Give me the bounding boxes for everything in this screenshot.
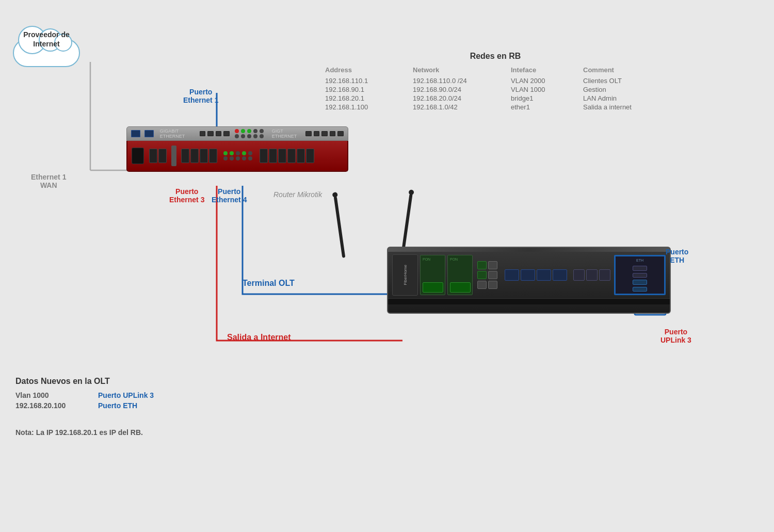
row4-address: 192.168.1.100 (325, 103, 408, 111)
row4-comment: Salida a internet (583, 103, 666, 111)
puerto-eth3-label: Puerto Ethernet 3 (169, 187, 204, 204)
puerto-eth-label: Puerto ETH (666, 248, 688, 264)
row4-network: 192.168.1.0/42 (413, 103, 506, 111)
puerto-eth4-label: Puerto Ethernet 4 (212, 187, 247, 204)
datos-row2-val: Puerto ETH (98, 401, 201, 410)
router-body (126, 141, 348, 172)
row2-network: 192.168.90.0/24 (413, 86, 506, 93)
router-mikrotik: GIGABIT ETHERNET GIGT ETHERNET (126, 126, 348, 183)
row2-comment: Gestion (583, 86, 666, 93)
row1-inteface: VLAN 2000 (511, 77, 578, 85)
nota-label: Nota: La IP 192.168.20.1 es IP del RB. (15, 428, 143, 437)
router-top-panel: GIGABIT ETHERNET GIGT ETHERNET (126, 126, 348, 141)
row3-address: 192.168.20.1 (325, 94, 408, 102)
redes-rb-title: Redes en RB (325, 52, 666, 61)
ethernet-wan-label: Ethernet 1 WAN (31, 173, 66, 189)
router-mikrotik-label: Router Mikrotik (273, 190, 322, 199)
col-address-header: Address (325, 66, 408, 74)
antenna-left-icon (334, 196, 346, 258)
main-canvas: Proveedor de Internet Ethernet 1 WAN Pue… (0, 0, 774, 532)
datos-nuevos-grid: Vlan 1000 Puerto UPLink 3 192.168.20.100… (15, 391, 201, 410)
cloud-label: Proveedor de Internet (10, 30, 83, 49)
col-network-header: Network (413, 66, 506, 74)
datos-nuevos-title: Datos Nuevos en la OLT (15, 377, 201, 386)
olt-terminal: FiberHome PON PON (387, 247, 676, 319)
datos-nuevos-olt: Datos Nuevos en la OLT Vlan 1000 Puerto … (15, 377, 201, 410)
terminal-olt-label: Terminal OLT (243, 279, 295, 288)
row4-inteface: ether1 (511, 103, 578, 111)
row2-address: 192.168.90.1 (325, 86, 408, 93)
row3-comment: LAN Admin (583, 94, 666, 102)
redes-rb-grid: Address Network Inteface Comment 192.168… (325, 66, 666, 111)
row3-inteface: bridge1 (511, 94, 578, 102)
row1-address: 192.168.110.1 (325, 77, 408, 85)
internet-provider-cloud: Proveedor de Internet (10, 15, 93, 72)
olt-eth-ports: ETH (614, 255, 666, 295)
redes-rb-table: Redes en RB Address Network Inteface Com… (325, 52, 666, 111)
row2-inteface: VLAN 1000 (511, 86, 578, 93)
datos-row1-key: Vlan 1000 (15, 391, 98, 399)
puerto-uplink-label: Puerto UPLink 3 (660, 328, 691, 344)
row1-network: 192.168.110.0 /24 (413, 77, 506, 85)
row3-network: 192.168.20.0/24 (413, 94, 506, 102)
datos-row1-val: Puerto UPLink 3 (98, 391, 201, 399)
col-comment-header: Comment (583, 66, 666, 74)
salida-internet-label: Salida a Internet (227, 333, 291, 342)
puerto-eth1-label: Puerto Ethernet 1 (183, 88, 218, 104)
datos-row2-key: 192.168.20.100 (15, 401, 98, 410)
col-inteface-header: Inteface (511, 66, 578, 74)
row1-comment: Clientes OLT (583, 77, 666, 85)
